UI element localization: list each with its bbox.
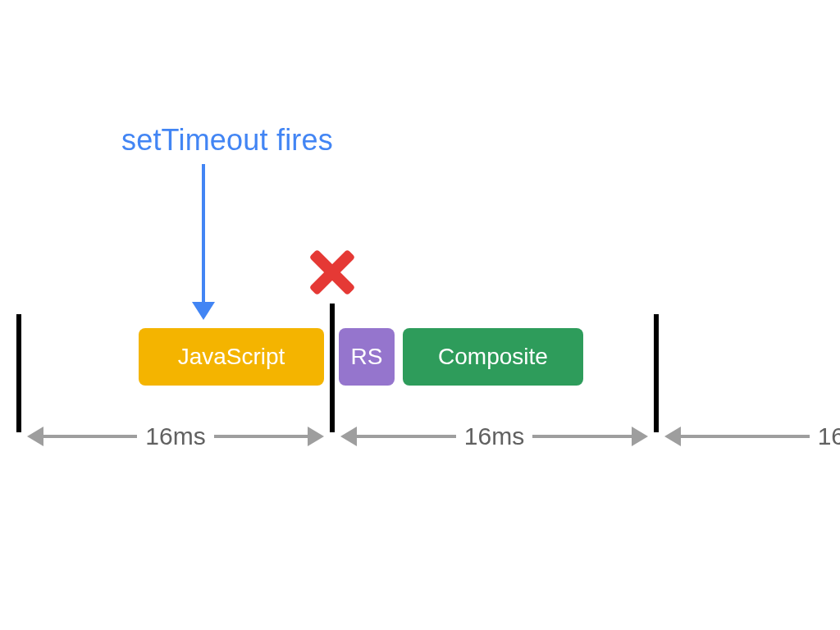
arrow-left-icon <box>27 427 43 446</box>
frame-span-0: 16ms <box>27 423 324 450</box>
javascript-block: JavaScript <box>139 328 324 386</box>
arrow-down-head-icon <box>192 302 215 320</box>
arrow-right-icon <box>632 427 648 446</box>
frame-tick-1 <box>330 304 335 432</box>
frame-span-2-partial: 16 <box>664 423 840 450</box>
frame-tick-2 <box>654 314 659 432</box>
arrow-right-icon <box>308 427 324 446</box>
rs-block: RS <box>339 328 395 386</box>
span-line <box>681 435 810 438</box>
frame-span-label-partial: 16 <box>810 422 840 450</box>
x-icon <box>308 249 356 296</box>
frame-span-1: 16ms <box>340 423 648 450</box>
arrow-down-icon <box>202 164 205 304</box>
arrow-left-icon <box>340 427 357 446</box>
arrow-left-icon <box>664 427 681 446</box>
span-line <box>532 435 632 438</box>
span-line <box>357 435 456 438</box>
composite-block: Composite <box>403 328 583 386</box>
span-line <box>43 435 137 438</box>
annotation-settimeout-fires: setTimeout fires <box>121 123 333 158</box>
frame-span-label: 16ms <box>137 422 213 450</box>
frame-span-label: 16ms <box>456 422 532 450</box>
span-line <box>214 435 308 438</box>
frame-tick-0 <box>16 314 21 432</box>
